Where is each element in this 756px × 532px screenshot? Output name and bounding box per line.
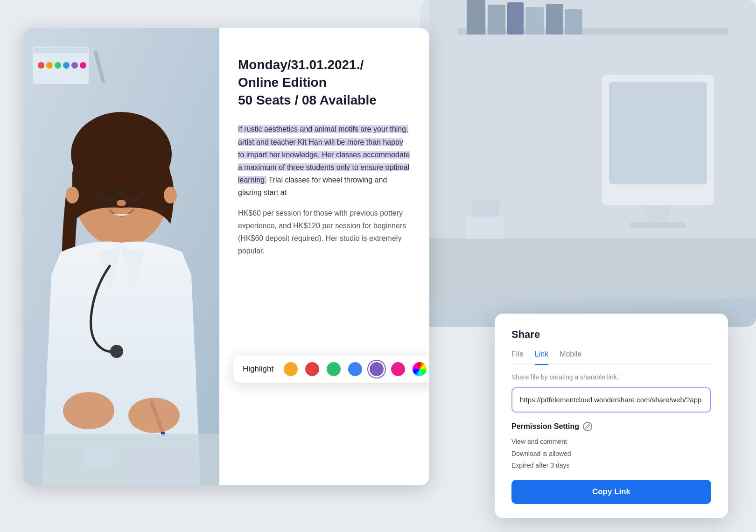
svg-point-20: [55, 62, 61, 69]
share-subtitle: Share file by creating a sharable link.: [511, 373, 711, 381]
svg-rect-3: [488, 5, 505, 35]
permission-item-2: Expired after 3 days: [511, 460, 711, 471]
highlight-toolbar: Highlight: [233, 356, 429, 383]
svg-point-35: [164, 187, 177, 203]
svg-point-21: [63, 62, 70, 69]
doc-price-lines: HK$60 per session for those with previou…: [238, 207, 411, 258]
svg-point-34: [66, 187, 79, 203]
color-purple[interactable]: [370, 362, 384, 376]
price-line-2: experience, and HK$120 per session for b…: [238, 222, 406, 230]
svg-rect-5: [525, 7, 544, 35]
svg-rect-43: [121, 448, 196, 485]
svg-rect-6: [546, 4, 563, 35]
svg-rect-13: [467, 215, 504, 239]
svg-rect-4: [507, 2, 524, 35]
tab-link[interactable]: Link: [535, 350, 548, 365]
svg-point-23: [80, 62, 86, 69]
permission-edit-icon[interactable]: [583, 422, 592, 431]
svg-point-39: [63, 392, 114, 429]
permission-title: Permission Setting: [511, 422, 579, 431]
background-scene: [420, 0, 756, 327]
permission-item-0: View and comment: [511, 436, 711, 448]
copy-link-button[interactable]: Copy Link: [511, 480, 711, 504]
color-rainbow[interactable]: [413, 362, 427, 376]
svg-point-19: [46, 62, 53, 69]
svg-point-33: [117, 200, 126, 206]
color-pink[interactable]: [391, 362, 405, 376]
doctor-image: [23, 28, 219, 485]
share-tabs: File Link Mobile: [511, 350, 711, 365]
svg-rect-17: [34, 48, 88, 53]
price-line-4: popular.: [238, 247, 265, 255]
svg-rect-9: [609, 82, 707, 184]
doc-title: Monday/31.01.2021./ Online Edition 50 Se…: [238, 56, 411, 109]
svg-point-40: [128, 398, 180, 433]
svg-rect-11: [630, 222, 686, 228]
tab-mobile[interactable]: Mobile: [560, 350, 581, 365]
svg-point-42: [82, 446, 114, 469]
share-title: Share: [511, 329, 711, 341]
permission-section: Permission Setting View and comment Down…: [511, 422, 711, 471]
color-blue[interactable]: [348, 362, 362, 376]
background-illustration: [429, 0, 756, 299]
svg-rect-10: [646, 205, 670, 224]
doc-body: If rustic aesthetics and animal motifs a…: [238, 123, 411, 199]
share-panel: Share File Link Mobile Share file by cre…: [495, 314, 728, 518]
document-content: Monday/31.01.2021./ Online Edition 50 Se…: [219, 28, 429, 485]
highlighted-text: If rustic aesthetics and animal motifs a…: [238, 125, 410, 184]
highlight-label: Highlight: [243, 364, 273, 374]
permission-header: Permission Setting: [511, 422, 711, 431]
share-link-url[interactable]: https://pdfelementcloud.wondershare.com/…: [511, 387, 711, 413]
document-image-panel: [23, 28, 219, 485]
svg-point-18: [38, 62, 44, 69]
price-line-3: (HK$60 deposit required). Her studio is …: [238, 234, 401, 242]
color-red[interactable]: [305, 362, 319, 376]
svg-rect-14: [471, 201, 499, 217]
document-viewer: Monday/31.01.2021./ Online Edition 50 Se…: [23, 28, 429, 485]
svg-point-37: [110, 345, 123, 358]
svg-rect-12: [429, 238, 756, 299]
svg-rect-7: [565, 9, 582, 35]
permission-item-1: Download is allowed: [511, 448, 711, 460]
color-green[interactable]: [327, 362, 341, 376]
edit-icon: [585, 424, 590, 429]
color-yellow[interactable]: [284, 362, 298, 376]
svg-point-22: [71, 62, 78, 69]
tab-file[interactable]: File: [511, 350, 524, 365]
price-line-1: HK$60 per session for those with previou…: [238, 209, 403, 217]
svg-rect-2: [467, 0, 485, 35]
